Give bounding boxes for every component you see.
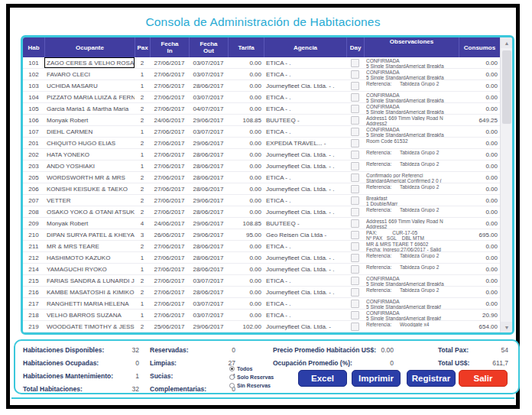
day-checkbox[interactable] <box>351 105 359 113</box>
column-header-fecha-out[interactable]: Fecha Out <box>189 37 228 57</box>
day-checkbox[interactable] <box>351 254 359 262</box>
obs-line-2 <box>366 212 456 217</box>
table-row[interactable]: 105Garcia Maria1 & Martha Maria227/06/20… <box>23 103 500 115</box>
obs-line-1: Address1 669 Timm Valley Road N <box>366 219 456 224</box>
consumos-cell: 0.00 <box>459 287 500 297</box>
radio-solo-reservas-icon[interactable] <box>229 374 235 380</box>
column-header-agencia[interactable]: Agencia <box>264 37 346 57</box>
day-checkbox[interactable] <box>351 277 359 285</box>
table-row[interactable]: 215FARIAS SANDRA & LUNARDI J227/06/20170… <box>23 275 500 287</box>
day-checkbox[interactable] <box>351 139 359 148</box>
table-row[interactable]: 218VELHO BARROS SUZANA127/06/201703/07/2… <box>23 310 500 321</box>
day-cell <box>346 126 364 137</box>
stat-line: Limpias:27 <box>150 356 235 369</box>
column-header-ocupante[interactable]: Ocupante <box>44 37 135 57</box>
radio-sin-reservas-icon[interactable] <box>229 383 235 388</box>
day-checkbox[interactable] <box>351 128 359 136</box>
day-checkbox[interactable] <box>351 265 359 274</box>
page-title: Consola de Administración de Habitacione… <box>10 15 516 29</box>
tarifa-cell: 0.00 <box>228 69 264 79</box>
stat-value-habitaciones-mantenimiento: 1 <box>135 372 139 380</box>
day-checkbox[interactable] <box>351 311 359 319</box>
day-checkbox[interactable] <box>351 208 359 216</box>
day-checkbox[interactable] <box>351 151 359 159</box>
table-row[interactable]: 202HATA YONEKO127/06/201728/06/20170.00J… <box>23 149 500 160</box>
day-checkbox[interactable] <box>351 323 359 331</box>
day-checkbox[interactable] <box>351 219 359 228</box>
table-row[interactable]: 201CHIQUITO HUGO ELIAS227/06/201729/06/2… <box>23 138 500 149</box>
table-row[interactable]: 103UCHIDA MASARU127/06/201728/06/20170.0… <box>23 80 500 92</box>
tarifa-cell: 0.00 <box>228 103 264 114</box>
table-row[interactable]: 219WOODGATE TIMOTHY & JESSI225/06/201729… <box>23 321 500 332</box>
stat-label-complementarias: Complementarias: <box>150 385 206 393</box>
column-header-fecha-in[interactable]: Fecha In <box>150 37 189 57</box>
day-checkbox[interactable] <box>351 70 359 79</box>
table-row[interactable]: 208OSAKO YOKO & OTANI ATSUK227/06/201728… <box>23 206 500 218</box>
imprimir-button[interactable]: Imprimir <box>352 370 401 387</box>
table-row[interactable]: 104PIZZATO MARIA LUIZA & FERN227/06/2017… <box>23 92 500 103</box>
table-row[interactable]: 101ZAGO CERES & VELHO ROSA !227/06/20170… <box>23 57 500 69</box>
scroll-up-icon[interactable]: ▲ <box>501 37 513 48</box>
column-header-pax[interactable]: Pax <box>135 37 150 57</box>
radio-todos-icon[interactable] <box>229 366 235 371</box>
table-row[interactable]: 217RANGHETTI MARIA HELENA127/06/201703/0… <box>23 298 500 310</box>
table-row[interactable]: 210DIPAN SURYA PATEL & KHEYA326/06/20172… <box>23 229 500 241</box>
day-checkbox[interactable] <box>351 173 359 182</box>
pax-cell: 2 <box>135 241 150 251</box>
excel-button[interactable]: Excel <box>298 370 347 387</box>
table-row[interactable]: 209Monyak Robert424/06/201729/06/2017108… <box>23 218 500 229</box>
scrollbar-thumb[interactable] <box>502 50 511 124</box>
day-checkbox[interactable] <box>351 288 359 297</box>
table-row[interactable]: 205WORDSWORTH MR & MRS227/06/201728/06/2… <box>23 172 500 183</box>
day-checkbox[interactable] <box>351 242 359 251</box>
day-checkbox[interactable] <box>351 116 359 125</box>
salir-button[interactable]: Salir <box>459 370 508 387</box>
column-header-consumos[interactable]: Consumos <box>459 37 500 57</box>
column-header-tarifa[interactable]: Tarifa <box>228 37 264 57</box>
observaciones-cell: Address1 669 Timm Valley Road NAddress2 <box>364 115 459 125</box>
radio-sin-reservas[interactable]: Sin Reservas <box>229 381 274 390</box>
ocupante-cell: Monyak Robert <box>44 115 135 125</box>
fecha-out-cell: 28/06/2017 <box>189 241 228 251</box>
agencia-cell: Journeyfleet Cia. Ltda. - . <box>264 149 346 160</box>
column-header-hab[interactable]: Hab <box>23 37 44 57</box>
table-row[interactable]: 211MR & MRS TEARE227/06/201728/06/20170.… <box>23 241 500 252</box>
table-row[interactable]: 207VETTER227/06/201729/06/20170.00ETICA … <box>23 195 500 206</box>
table-row[interactable]: 102FAVARO CLECI127/06/201703/07/20170.00… <box>23 69 500 80</box>
consumos-cell: 0.00 <box>459 160 500 171</box>
day-checkbox[interactable] <box>351 231 359 239</box>
observaciones-cell: Room Code 61532 <box>364 138 459 148</box>
day-checkbox[interactable] <box>351 82 359 90</box>
table-row[interactable]: 216KAMBE MASATOSHI & KIMIKO227/06/201728… <box>23 287 500 298</box>
table-row[interactable]: 107DIEHL CARMEN127/06/201703/07/20170.00… <box>23 126 500 138</box>
table-row[interactable]: 212HASHIMOTO KAZUKO127/06/201728/06/2017… <box>23 252 500 264</box>
table-row[interactable]: 214YAMAGUCHI RYOKO127/06/201728/06/20170… <box>23 264 500 275</box>
table-row[interactable]: 203ANDO YOSHIAKI127/06/201728/06/20170.0… <box>23 160 500 172</box>
ocupante-cell: MR & MRS TEARE <box>44 241 135 251</box>
column-header-day[interactable]: Day <box>346 37 364 57</box>
agencia-cell: Journeyfleet Cia. Ltda. - . <box>264 160 346 171</box>
column-header-observaciones[interactable]: Observaciones <box>364 37 459 57</box>
fecha-out-cell: 03/07/2017 <box>189 126 228 137</box>
vertical-scrollbar[interactable]: ▲ ▼ <box>500 37 512 332</box>
registrar-button[interactable]: Registrar <box>407 370 456 387</box>
day-checkbox[interactable] <box>351 196 359 205</box>
day-checkbox[interactable] <box>351 185 359 193</box>
scroll-down-icon[interactable]: ▼ <box>501 322 513 332</box>
day-checkbox[interactable] <box>351 93 359 102</box>
day-checkbox[interactable] <box>351 59 359 67</box>
table-row[interactable]: 106Monyak Robert224/06/201729/06/2017108… <box>23 115 500 126</box>
ocupante-cell: PIZZATO MARIA LUIZA & FERN <box>44 92 135 102</box>
stat-line: Complementarias:0 <box>150 382 235 395</box>
radio-solo-reservas[interactable]: Solo Reservas <box>229 373 274 381</box>
consumos-cell: 0.00 <box>459 138 500 148</box>
fecha-in-cell: 27/06/2017 <box>150 57 189 68</box>
observaciones-cell: Referencia: Tabideza Grupo 2 <box>364 183 459 194</box>
day-checkbox[interactable] <box>351 300 359 308</box>
fecha-out-cell: 28/06/2017 <box>189 252 228 263</box>
table-row[interactable]: 206KONISHI KEISUKE & TAEKO227/06/201728/… <box>23 183 500 195</box>
consumos-cell: 0.00 <box>459 103 500 114</box>
day-checkbox[interactable] <box>351 162 359 170</box>
pax-cell: 2 <box>135 172 150 183</box>
radio-todos[interactable]: Todos <box>229 365 274 373</box>
